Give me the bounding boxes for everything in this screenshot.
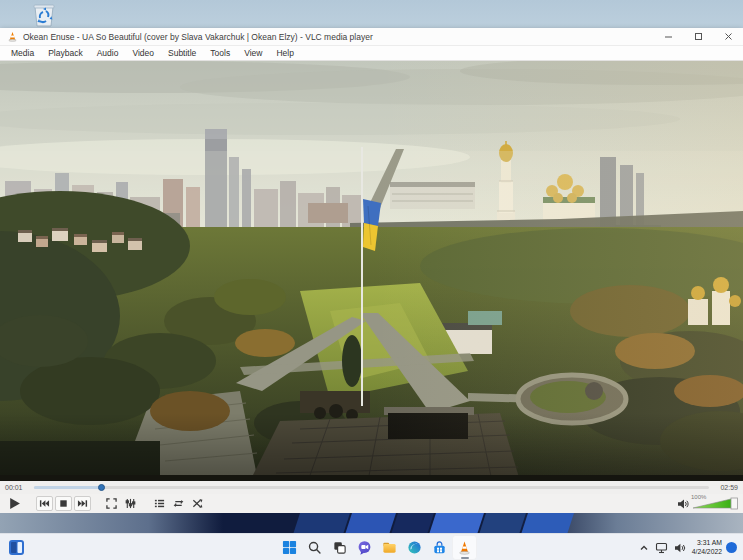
chat-button[interactable]: [352, 535, 377, 560]
seek-slider[interactable]: [34, 486, 709, 489]
menu-audio[interactable]: Audio: [90, 48, 126, 58]
tray-date: 4/24/2022: [692, 548, 722, 556]
vlc-cone-icon: [7, 31, 18, 42]
search-button[interactable]: [302, 535, 327, 560]
desktop-wallpaper-top: [0, 0, 743, 28]
seek-thumb[interactable]: [98, 484, 105, 491]
file-explorer-button[interactable]: [377, 535, 402, 560]
menu-playback[interactable]: Playback: [41, 48, 90, 58]
minimize-button[interactable]: [653, 28, 683, 45]
clock[interactable]: 3:31 AM 4/24/2022: [692, 539, 722, 556]
tray-time: 3:31 AM: [692, 539, 722, 547]
play-button[interactable]: [4, 495, 24, 512]
widgets-button[interactable]: [8, 539, 25, 556]
edge-button[interactable]: [402, 535, 427, 560]
vlc-window: Okean Enuse - UA So Beautiful (cover by …: [0, 28, 743, 513]
menubar: Media Playback Audio Video Subtitle Tool…: [0, 46, 743, 61]
volume-tray-icon[interactable]: [671, 537, 689, 559]
elapsed-time: 00:01: [5, 484, 29, 491]
close-button[interactable]: [713, 28, 743, 45]
window-title: Okean Enuse - UA So Beautiful (cover by …: [23, 32, 653, 42]
loop-button[interactable]: [170, 496, 187, 511]
menu-video[interactable]: Video: [125, 48, 161, 58]
fullscreen-button[interactable]: [103, 496, 120, 511]
extended-settings-button[interactable]: [122, 496, 139, 511]
next-button[interactable]: [74, 496, 91, 511]
menu-help[interactable]: Help: [269, 48, 300, 58]
volume-percent-label: 100%: [691, 494, 706, 500]
recycle-bin-icon[interactable]: [28, 1, 60, 28]
store-button[interactable]: [427, 535, 452, 560]
start-button[interactable]: [277, 535, 302, 560]
previous-button[interactable]: [36, 496, 53, 511]
menu-view[interactable]: View: [237, 48, 269, 58]
taskbar: 3:31 AM 4/24/2022: [0, 533, 743, 560]
desktop-wallpaper-bloom: [0, 513, 743, 533]
menu-media[interactable]: Media: [4, 48, 41, 58]
seek-row: 00:01 02:59: [0, 481, 743, 494]
maximize-button[interactable]: [683, 28, 713, 45]
controls-bar: 100%: [0, 494, 743, 513]
video-frame[interactable]: [0, 61, 743, 481]
network-tray-icon[interactable]: [652, 537, 671, 559]
volume-control: 100%: [677, 494, 739, 513]
volume-icon[interactable]: [677, 498, 689, 510]
notification-badge[interactable]: [726, 542, 737, 553]
menu-tools[interactable]: Tools: [203, 48, 237, 58]
playlist-button[interactable]: [151, 496, 168, 511]
task-view-button[interactable]: [327, 535, 352, 560]
seek-fill: [34, 486, 102, 489]
desktop: Okean Enuse - UA So Beautiful (cover by …: [0, 0, 743, 560]
titlebar[interactable]: Okean Enuse - UA So Beautiful (cover by …: [0, 28, 743, 46]
menu-subtitle[interactable]: Subtitle: [161, 48, 203, 58]
duration-time: 02:59: [714, 484, 738, 491]
hidden-icons-chevron[interactable]: [636, 537, 652, 559]
random-button[interactable]: [189, 496, 206, 511]
vlc-taskbar-button[interactable]: [452, 535, 477, 560]
stop-button[interactable]: [55, 496, 72, 511]
